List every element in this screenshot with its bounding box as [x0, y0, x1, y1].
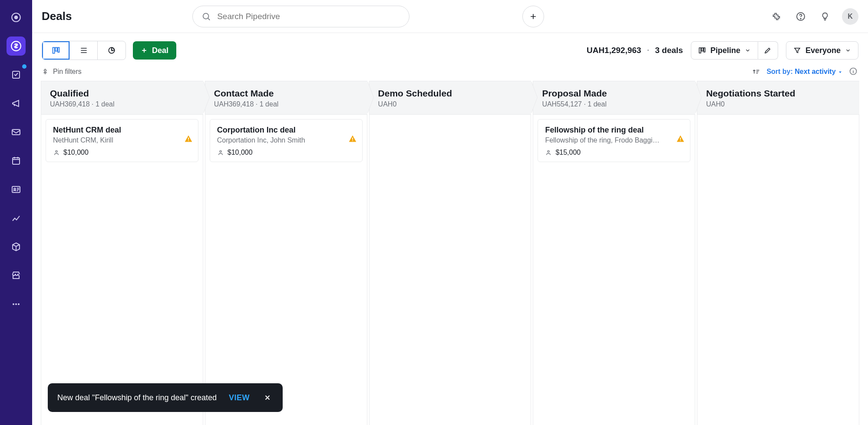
- nav-marketplace[interactable]: [7, 266, 26, 285]
- nav-activities[interactable]: [7, 65, 26, 84]
- deal-amount: $10,000: [217, 149, 355, 156]
- sort-value: Next activity: [795, 68, 835, 75]
- view-toggle: [42, 41, 126, 60]
- chevron-down-icon: [845, 47, 851, 53]
- column-header[interactable]: Negotiations StartedUAH0: [697, 81, 859, 115]
- page-title: Deals: [42, 10, 72, 23]
- svg-rect-15: [55, 47, 57, 51]
- pin-filters-label: Pin filters: [53, 68, 82, 76]
- svg-point-7: [14, 188, 16, 190]
- owner-filter-label: Everyone: [805, 46, 841, 55]
- nav-campaigns[interactable]: [7, 94, 26, 113]
- caret-down-icon: [838, 70, 843, 75]
- column-subtitle: UAH554,127 · 1 deal: [542, 100, 686, 108]
- pipeline-icon: [698, 46, 706, 54]
- svg-rect-4: [12, 129, 20, 135]
- deal-title: Corportation Inc deal: [217, 126, 355, 135]
- toast-view-button[interactable]: VIEW: [229, 393, 250, 402]
- column-subtitle: UAH0: [378, 100, 523, 108]
- pin-filters-button[interactable]: Pin filters: [42, 68, 82, 76]
- deal-title: NetHunt CRM deal: [53, 126, 191, 135]
- column-body: [369, 115, 531, 425]
- pin-icon: [42, 68, 49, 75]
- deal-subtitle: NetHunt CRM, Kirill: [53, 136, 191, 144]
- nav-more[interactable]: [7, 295, 26, 314]
- nav-products[interactable]: [7, 237, 26, 256]
- svg-point-25: [220, 150, 221, 152]
- tips-icon[interactable]: [818, 9, 832, 24]
- extensions-icon[interactable]: [769, 9, 784, 24]
- sort-prefix: Sort by:: [766, 68, 792, 75]
- column-body: Fellowship of the ring dealFellowship of…: [533, 115, 695, 425]
- svg-point-13: [800, 18, 801, 19]
- chevron-down-icon: [745, 47, 751, 53]
- nav-deals[interactable]: [7, 37, 26, 56]
- pipeline-column: QualifiedUAH369,418 · 1 dealNetHunt CRM …: [41, 81, 203, 425]
- pipeline-selector[interactable]: Pipeline: [691, 41, 758, 60]
- column-header[interactable]: Contact MadeUAH369,418 · 1 deal: [205, 81, 367, 115]
- svg-rect-23: [188, 138, 189, 140]
- warning-icon: [676, 134, 685, 143]
- column-subtitle: UAH0: [706, 100, 851, 108]
- deal-card[interactable]: NetHunt CRM dealNetHunt CRM, Kirill$10,0…: [46, 119, 198, 162]
- summary-text: UAH1,292,963 · 3 deals: [587, 46, 683, 55]
- sort-selector[interactable]: Sort by: Next activity: [766, 68, 843, 76]
- new-deal-button[interactable]: Deal: [133, 41, 176, 60]
- svg-point-1: [15, 16, 18, 19]
- column-header[interactable]: Demo ScheduledUAH0: [369, 81, 531, 115]
- topbar: Deals K: [32, 0, 868, 33]
- edit-pipeline-button[interactable]: [758, 41, 778, 60]
- svg-point-28: [548, 150, 549, 152]
- warning-icon: [348, 134, 357, 143]
- avatar[interactable]: K: [842, 8, 858, 25]
- nav-leads[interactable]: [7, 8, 26, 27]
- svg-rect-26: [352, 138, 353, 140]
- column-title: Proposal Made: [542, 88, 686, 99]
- svg-rect-5: [13, 158, 20, 164]
- deal-amount: $15,000: [545, 149, 683, 156]
- column-title: Contact Made: [214, 88, 359, 99]
- column-body: Corportation Inc dealCorportation Inc, J…: [205, 115, 367, 425]
- pencil-icon: [764, 46, 772, 54]
- view-forecast[interactable]: [98, 41, 125, 60]
- filter-row: Pin filters Sort by: Next activity: [32, 64, 868, 81]
- pipeline-column: Demo ScheduledUAH0: [369, 81, 531, 425]
- view-list[interactable]: [70, 41, 98, 60]
- person-icon: [545, 149, 552, 156]
- sort-direction-button[interactable]: [752, 67, 760, 76]
- svg-point-10: [18, 303, 20, 305]
- column-header[interactable]: QualifiedUAH369,418 · 1 deal: [41, 81, 203, 115]
- toolbar: Deal UAH1,292,963 · 3 deals Pipeline: [32, 33, 868, 64]
- column-title: Negotiations Started: [706, 88, 851, 99]
- pipeline-board: QualifiedUAH369,418 · 1 dealNetHunt CRM …: [32, 81, 868, 425]
- nav-calendar[interactable]: [7, 151, 26, 170]
- help-icon[interactable]: [793, 9, 808, 24]
- warning-icon: [184, 134, 193, 143]
- view-kanban[interactable]: [42, 41, 70, 60]
- svg-rect-20: [704, 48, 705, 52]
- pipeline-label: Pipeline: [710, 46, 740, 55]
- toast-close-button[interactable]: [262, 392, 273, 403]
- column-header[interactable]: Proposal MadeUAH554,127 · 1 deal: [533, 81, 695, 115]
- deal-card[interactable]: Corportation Inc dealCorportation Inc, J…: [210, 119, 363, 162]
- column-title: Qualified: [50, 88, 195, 99]
- summary-deals: 3 deals: [655, 46, 683, 55]
- nav-contacts[interactable]: [7, 180, 26, 199]
- pipeline-column: Proposal MadeUAH554,127 · 1 dealFellowsh…: [533, 81, 695, 425]
- svg-rect-27: [352, 140, 353, 141]
- column-subtitle: UAH369,418 · 1 deal: [214, 100, 359, 108]
- search-input-wrap[interactable]: [192, 6, 409, 27]
- person-icon: [217, 149, 224, 156]
- quick-add-button[interactable]: [522, 6, 544, 27]
- toast: New deal "Fellowship of the ring deal" c…: [48, 383, 283, 412]
- nav-mail[interactable]: [7, 123, 26, 142]
- filter-icon: [793, 46, 801, 54]
- person-icon: [53, 149, 60, 156]
- info-icon[interactable]: [849, 67, 858, 76]
- deal-card[interactable]: Fellowship of the ring dealFellowship of…: [538, 119, 690, 162]
- search-input[interactable]: [217, 12, 400, 21]
- owner-filter[interactable]: Everyone: [786, 41, 858, 60]
- svg-rect-19: [701, 48, 703, 51]
- deal-title: Fellowship of the ring deal: [545, 126, 683, 135]
- nav-insights[interactable]: [7, 209, 26, 228]
